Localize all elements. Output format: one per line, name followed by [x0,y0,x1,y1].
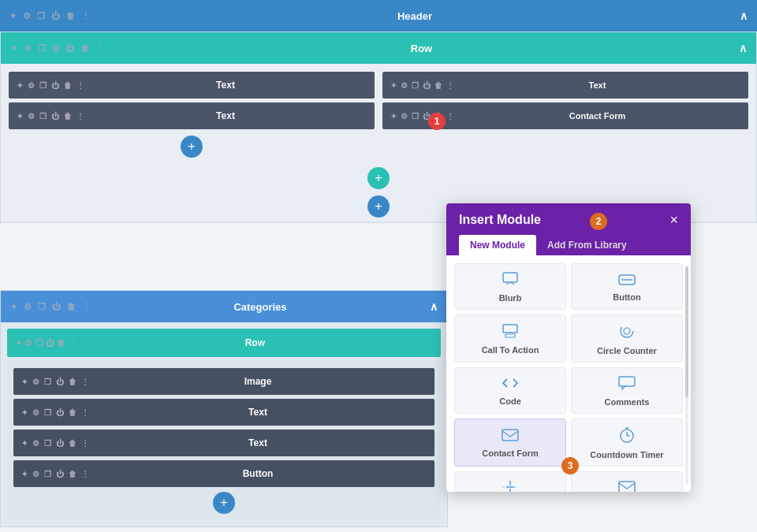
catm2-copy[interactable]: ❐ [44,408,51,417]
catm2-trash[interactable]: 🗑 [69,408,76,417]
catm3-power[interactable]: ⏻ [56,439,64,448]
mod2-trash-icon[interactable]: 🗑 [64,112,72,121]
row-gear-icon[interactable]: ⚙ [24,43,32,54]
mod2-gear-icon[interactable]: ⚙ [28,112,35,121]
tab-library[interactable]: Add From Library [536,235,638,255]
rmod2-more-icon[interactable]: ⋮ [446,112,454,121]
catm-more[interactable]: ⋮ [81,378,89,386]
add-col-between-btn[interactable]: + [367,167,390,189]
text-module-2[interactable]: ✦ ⚙ ❐ ⏻ 🗑 ⋮ Text [9,102,375,129]
cat-move-icon[interactable]: ✦ [10,302,17,312]
catm4-move[interactable]: ✦ [21,470,28,478]
cat-image-module[interactable]: ✦ ⚙ ❐ ⏻ 🗑 ⋮ Image [13,368,434,395]
mod-trash-icon[interactable]: 🗑 [64,81,72,90]
catm-gear[interactable]: ⚙ [32,378,39,386]
copy-icon[interactable]: ❐ [37,11,45,21]
catrow-gear-icon[interactable]: ⚙ [24,338,32,348]
row-chevron[interactable]: ∧ [739,42,747,54]
catm2-power[interactable]: ⏻ [56,408,64,417]
catm3-trash[interactable]: 🗑 [69,439,76,448]
row-trash-icon[interactable]: 🗑 [80,43,89,53]
catm4-copy[interactable]: ❐ [44,470,51,478]
rmod-more-icon[interactable]: ⋮ [446,81,454,90]
catm-move[interactable]: ✦ [21,378,28,386]
catm2-gear[interactable]: ⚙ [32,408,39,417]
module-option-button[interactable]: Button [571,263,683,310]
row-bar-icons[interactable]: ✦ ⚙ ❐ ⊞ ⏻ 🗑 ⋮ [10,43,104,54]
rmod2-move-icon[interactable]: ✦ [390,112,397,121]
cat-gear-icon[interactable]: ⚙ [24,302,32,312]
cat-chevron[interactable]: ∧ [430,300,438,313]
catrow-trash-icon[interactable]: 🗑 [57,338,65,348]
module-option-contact-form[interactable]: Contact Form [454,419,566,467]
mod-more-icon[interactable]: ⋮ [76,81,84,90]
catrow-more-icon[interactable]: ⋮ [69,338,77,348]
gear-icon[interactable]: ⚙ [23,11,31,21]
catrow-move-icon[interactable]: ✦ [15,338,22,348]
module-option-divider[interactable]: Divider [454,471,566,492]
panel-close-btn[interactable]: × [669,213,678,227]
module-option-countdown[interactable]: Countdown Timer [571,419,683,467]
cat-bar-icons[interactable]: ✦ ⚙ ❐ ⏻ 🗑 ⋮ [10,302,91,312]
row-move-icon[interactable]: ✦ [10,43,17,54]
header-chevron[interactable]: ∧ [740,9,748,22]
text-module-1[interactable]: ✦ ⚙ ❐ ⏻ 🗑 ⋮ Text [9,72,375,99]
rmod-trash-icon[interactable]: 🗑 [434,81,442,90]
mod2-power-icon[interactable]: ⏻ [51,112,59,121]
rmod-copy-icon[interactable]: ❐ [412,81,419,90]
catm2-more[interactable]: ⋮ [81,408,89,417]
row-copy-icon[interactable]: ❐ [38,43,46,54]
cat-copy-icon[interactable]: ❐ [38,302,46,312]
catm4-trash[interactable]: 🗑 [69,470,76,478]
catm-trash[interactable]: 🗑 [69,378,76,386]
right-text-module[interactable]: ✦ ⚙ ❐ ⏻ 🗑 ⋮ Text [382,72,748,99]
move-icon[interactable]: ✦ [9,11,17,21]
mod-copy-icon[interactable]: ❐ [39,81,47,90]
rmod-gear-icon[interactable]: ⚙ [401,81,408,90]
row-power-icon[interactable]: ⏻ [65,43,74,53]
more-icon[interactable]: ⋮ [81,11,90,21]
cat-power-icon[interactable]: ⏻ [52,302,61,311]
mod-move-icon[interactable]: ✦ [17,81,23,90]
catm-power[interactable]: ⏻ [56,378,64,386]
cat-more-icon[interactable]: ⋮ [82,302,91,312]
cat-text-module-1[interactable]: ✦ ⚙ ❐ ⏻ 🗑 ⋮ Text [13,399,434,426]
catm3-gear[interactable]: ⚙ [32,439,39,448]
catm3-more[interactable]: ⋮ [81,439,89,448]
row-more-icon[interactable]: ⋮ [95,43,104,54]
rmod-power-icon[interactable]: ⏻ [423,81,431,90]
add-below-row-btn[interactable]: + [367,195,390,218]
mod2-move-icon[interactable]: ✦ [17,112,23,121]
catm-copy[interactable]: ❐ [44,378,51,386]
tab-new-module[interactable]: New Module [459,235,536,255]
module-option-call-to-action[interactable]: Call To Action [454,314,566,363]
catrow-copy-icon[interactable]: ❐ [35,338,43,348]
module-option-code[interactable]: Code [454,367,566,414]
cat-button-module[interactable]: ✦ ⚙ ❐ ⏻ 🗑 ⋮ Button [13,460,434,487]
catrow-power-icon[interactable]: ⏻ [46,338,54,348]
mod-power-icon[interactable]: ⏻ [51,81,59,90]
catm3-move[interactable]: ✦ [21,439,28,448]
catm4-power[interactable]: ⏻ [56,470,64,478]
trash-icon[interactable]: 🗑 [66,11,75,20]
power-icon[interactable]: ⏻ [51,11,60,20]
cat-trash-icon[interactable]: 🗑 [67,302,76,311]
rmod2-gear-icon[interactable]: ⚙ [401,112,408,121]
module-option-circle-counter[interactable]: Circle Counter [571,314,683,363]
add-module-left-btn[interactable]: + [181,136,203,158]
module-option-comments[interactable]: Comments [571,367,683,414]
mod-gear-icon[interactable]: ⚙ [28,81,35,90]
mod2-copy-icon[interactable]: ❐ [39,112,47,121]
cat-row-icons[interactable]: ✦ ⚙ ❐ ⏻ 🗑 ⋮ [15,337,77,348]
mod2-more-icon[interactable]: ⋮ [76,112,84,121]
add-cat-module-btn[interactable]: + [213,492,235,514]
module-option-email-optin[interactable]: Email Optin [571,471,683,492]
rmod2-copy-icon[interactable]: ❐ [412,112,419,121]
rmod-move-icon[interactable]: ✦ [390,81,397,90]
cat-text-module-2[interactable]: ✦ ⚙ ❐ ⏻ 🗑 ⋮ Text [13,430,434,456]
catm4-gear[interactable]: ⚙ [32,470,39,478]
catm4-more[interactable]: ⋮ [81,470,89,478]
catm3-copy[interactable]: ❐ [44,439,51,448]
row-grid-icon[interactable]: ⊞ [52,43,59,54]
header-bar-icons[interactable]: ✦ ⚙ ❐ ⏻ 🗑 ⋮ [9,11,90,21]
